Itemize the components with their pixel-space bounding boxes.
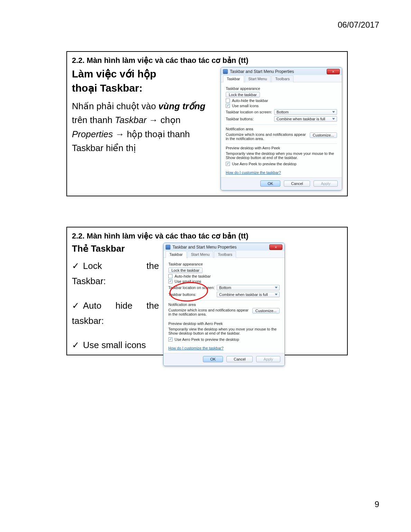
buttons-dropdown[interactable]: Combine when taskbar is full xyxy=(274,116,337,122)
small-icons-label: Use small icons xyxy=(175,279,201,283)
autohide-label: Auto-hide the taskbar xyxy=(232,99,268,103)
aero-peek-checkbox[interactable]: ✓ xyxy=(226,162,230,166)
buttons-dropdown[interactable]: Combine when taskbar is full xyxy=(217,292,280,297)
help-link[interactable]: How do I customize the taskbar? xyxy=(168,346,224,350)
location-dropdown[interactable]: Bottom xyxy=(274,109,337,115)
subtitle-line1: Làm việc với hộp xyxy=(72,68,156,80)
location-dropdown[interactable]: Bottom xyxy=(217,285,280,290)
lock-taskbar-button[interactable]: Lock the taskbar xyxy=(168,268,203,273)
tab-start-menu[interactable]: Start Menu xyxy=(245,75,271,82)
aero-peek-group-label: Preview desktop with Aero Peek xyxy=(226,146,337,150)
bullet-text: the xyxy=(147,259,159,273)
close-button[interactable]: × xyxy=(327,69,340,74)
slide2-text-column: Thẻ Taskbar Lock the Taskbar: Auto hide … xyxy=(72,243,159,352)
taskbar-properties-dialog: Taskbar and Start Menu Properties × Task… xyxy=(163,243,285,366)
slide-1: 2.2. Màn hình làm việc và các thao tác c… xyxy=(66,51,348,196)
page-date: 06/07/2017 xyxy=(338,20,379,30)
bullet-autohide: Auto hide the xyxy=(72,299,159,312)
arrow-icon: → xyxy=(149,115,160,125)
cancel-button[interactable]: Cancel xyxy=(284,180,310,187)
aero-peek-checkbox[interactable]: ✓ xyxy=(168,337,172,342)
subtitle-line2: thoại Taskbar: xyxy=(72,82,142,94)
text-bold-italic: vùng trống xyxy=(158,101,205,111)
notification-group-label: Notification area xyxy=(226,127,337,131)
help-link[interactable]: How do I customize the taskbar? xyxy=(226,170,281,175)
dialog-titlebar: Taskbar and Start Menu Properties × xyxy=(164,243,284,251)
text-frag: Nhấn phải chuột vào xyxy=(72,101,158,111)
bullet-tail: Taskbar: xyxy=(72,274,159,288)
slide2-subtitle: Thẻ Taskbar xyxy=(72,243,159,255)
slide-2: 2.2. Màn hình làm việc và các thao tác c… xyxy=(66,227,348,355)
tab-row: Taskbar Start Menu Toolbars xyxy=(221,75,342,82)
slide-headline: 2.2. Màn hình làm việc và các thao tác c… xyxy=(72,56,342,65)
cancel-button[interactable]: Cancel xyxy=(226,356,253,362)
small-icons-checkbox[interactable]: ✓ xyxy=(226,104,230,108)
app-icon xyxy=(166,245,170,250)
text-italic: Properties xyxy=(72,129,113,139)
small-icons-label: Use small icons xyxy=(232,104,259,108)
ok-button[interactable]: OK xyxy=(260,180,280,187)
bullet-text: the xyxy=(147,299,159,312)
taskbar-dialog-image: Taskbar and Start Menu Properties × Task… xyxy=(221,67,342,190)
taskbar-dialog-image-2: Taskbar and Start Menu Properties × Task… xyxy=(163,243,285,366)
bullet-text: Lock xyxy=(72,259,102,273)
autohide-checkbox[interactable] xyxy=(226,99,230,103)
apply-button[interactable]: Apply xyxy=(256,356,280,362)
aero-peek-group-label: Preview desktop with Aero Peek xyxy=(168,321,280,326)
app-icon xyxy=(223,69,228,74)
text-frag: trên thanh xyxy=(72,115,115,125)
dialog-content: Taskbar appearance Lock the taskbar Auto… xyxy=(221,82,342,177)
notification-group-label: Notification area xyxy=(168,302,280,307)
taskbar-properties-dialog: Taskbar and Start Menu Properties × Task… xyxy=(221,67,342,190)
tab-taskbar[interactable]: Taskbar xyxy=(166,251,187,258)
aero-peek-label: Use Aero Peek to preview the desktop xyxy=(232,162,297,166)
dialog-title: Taskbar and Start Menu Properties xyxy=(230,69,327,74)
tab-row: Taskbar Start Menu Toolbars xyxy=(164,251,284,258)
bullet-text: hide xyxy=(115,299,132,312)
autohide-checkbox[interactable] xyxy=(168,274,172,278)
aero-peek-text: Temporarily view the desktop when you mo… xyxy=(226,151,337,160)
dialog-titlebar: Taskbar and Start Menu Properties × xyxy=(221,67,342,75)
page-number: 9 xyxy=(375,500,379,509)
dialog-content: Taskbar appearance Lock the taskbar Auto… xyxy=(164,258,284,353)
slide1-body-text: Nhấn phải chuột vào vùng trống trên than… xyxy=(72,99,216,155)
buttons-label: Taskbar buttons: xyxy=(168,292,217,297)
aero-peek-text: Temporarily view the desktop when you mo… xyxy=(168,327,280,335)
autohide-label: Auto-hide the taskbar xyxy=(175,274,211,278)
tab-toolbars[interactable]: Toolbars xyxy=(271,75,293,82)
notification-text: Customize which icons and notifications … xyxy=(226,132,307,141)
bullet-lock: Lock the xyxy=(72,259,159,273)
customize-button[interactable]: Customize... xyxy=(252,308,280,314)
appearance-group-label: Taskbar appearance xyxy=(168,262,280,266)
bullet-text: Auto xyxy=(72,299,102,312)
dialog-title: Taskbar and Start Menu Properties xyxy=(172,245,269,250)
text-italic: Taskbar xyxy=(115,115,147,125)
lock-taskbar-button[interactable]: Lock the taskbar xyxy=(226,92,260,97)
slide1-subtitle: Làm việc với hộp thoại Taskbar: xyxy=(72,67,216,95)
aero-peek-label: Use Aero Peek to preview the desktop xyxy=(175,337,239,342)
tab-toolbars[interactable]: Toolbars xyxy=(214,251,236,258)
slide1-text-column: Làm việc với hộp thoại Taskbar: Nhấn phả… xyxy=(72,67,216,155)
buttons-label: Taskbar buttons: xyxy=(226,117,274,121)
location-label: Taskbar location on screen: xyxy=(168,286,217,290)
bullet-text: Use small icons xyxy=(72,340,146,350)
dialog-footer: OK Cancel Apply xyxy=(164,353,284,366)
bullet-small-icons: Use small icons xyxy=(72,338,159,352)
close-button[interactable]: × xyxy=(269,244,282,250)
small-icons-checkbox[interactable]: ✓ xyxy=(168,279,172,283)
slide-headline: 2.2. Màn hình làm việc và các thao tác c… xyxy=(72,232,342,241)
tab-taskbar[interactable]: Taskbar xyxy=(223,75,244,82)
arrow-icon: → xyxy=(115,129,127,139)
location-label: Taskbar location on screen: xyxy=(226,110,274,114)
customize-button[interactable]: Customize... xyxy=(310,132,337,138)
text-frag: chọn xyxy=(160,115,180,125)
bullet-tail: taskbar: xyxy=(72,314,159,328)
apply-button[interactable]: Apply xyxy=(314,180,338,187)
tab-start-menu[interactable]: Start Menu xyxy=(187,251,214,258)
ok-button[interactable]: OK xyxy=(203,356,223,362)
appearance-group-label: Taskbar appearance xyxy=(226,86,337,91)
notification-text: Customize which icons and notifications … xyxy=(168,308,250,316)
dialog-footer: OK Cancel Apply xyxy=(221,177,342,190)
